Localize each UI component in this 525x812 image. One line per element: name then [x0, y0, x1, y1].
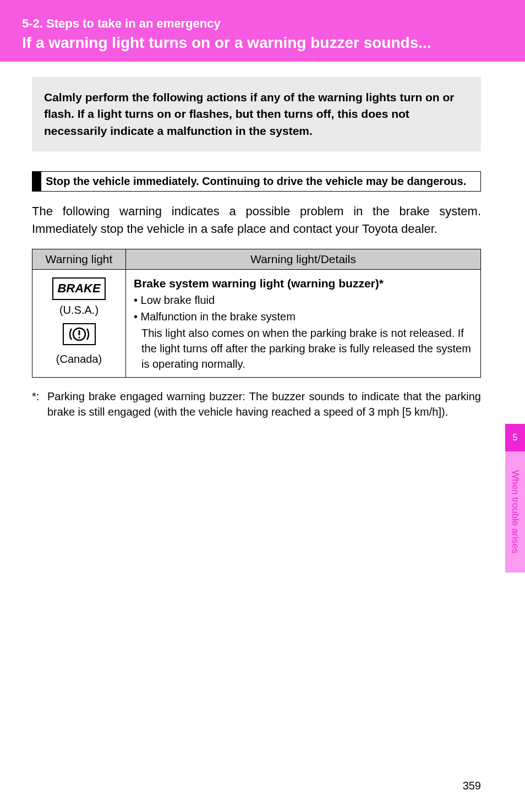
intro-text: Calmly perform the following actions if … — [44, 89, 469, 139]
header-band: 5-2. Steps to take in an emergency If a … — [0, 0, 525, 62]
side-tab: 5 When trouble arises — [505, 424, 525, 573]
section-title: If a warning light turns on or a warning… — [22, 34, 525, 52]
label-canada: (Canada) — [40, 351, 118, 367]
table-header-row: Warning light Warning light/Details — [32, 249, 481, 270]
svg-point-2 — [78, 336, 80, 338]
label-usa: (U.S.A.) — [40, 302, 118, 318]
side-tab-label: When trouble arises — [505, 451, 525, 573]
table-row: BRAKE (U.S.A.) (Canada) Brake — [32, 270, 481, 378]
content-area: Calmly perform the following actions if … — [0, 77, 525, 419]
warning-table: Warning light Warning light/Details BRAK… — [32, 249, 481, 378]
footnote-text: Parking brake engaged warning buzzer: Th… — [47, 389, 481, 419]
subhead-row: Stop the vehicle immediately. Continuing… — [32, 171, 481, 192]
page-number: 359 — [463, 780, 481, 792]
subhead-text: Stop the vehicle immediately. Continuing… — [41, 172, 471, 191]
details-title: Brake system warning light (warning buzz… — [134, 275, 473, 291]
cell-warning-light: BRAKE (U.S.A.) (Canada) — [32, 270, 126, 378]
bullet-low-brake-fluid: • Low brake fluid — [134, 292, 473, 308]
footnote: *: Parking brake engaged warning buzzer:… — [32, 389, 481, 419]
brake-circle-icon — [63, 323, 96, 345]
side-tab-chapter: 5 — [505, 424, 525, 451]
intro-box: Calmly perform the following actions if … — [32, 77, 481, 151]
bullet-malfunction: • Malfunction in the brake system — [134, 309, 473, 324]
footnote-marker: *: — [32, 389, 47, 419]
details-indent-text: This light also comes on when the parkin… — [134, 325, 473, 372]
col-header-details: Warning light/Details — [126, 249, 481, 270]
section-number: 5-2. Steps to take in an emergency — [22, 17, 525, 31]
brake-text-icon: BRAKE — [52, 277, 105, 300]
col-header-warning-light: Warning light — [32, 249, 126, 270]
subhead-bar — [32, 172, 41, 191]
cell-details: Brake system warning light (warning buzz… — [126, 270, 481, 378]
body-paragraph: The following warning indicates a possib… — [32, 203, 481, 238]
